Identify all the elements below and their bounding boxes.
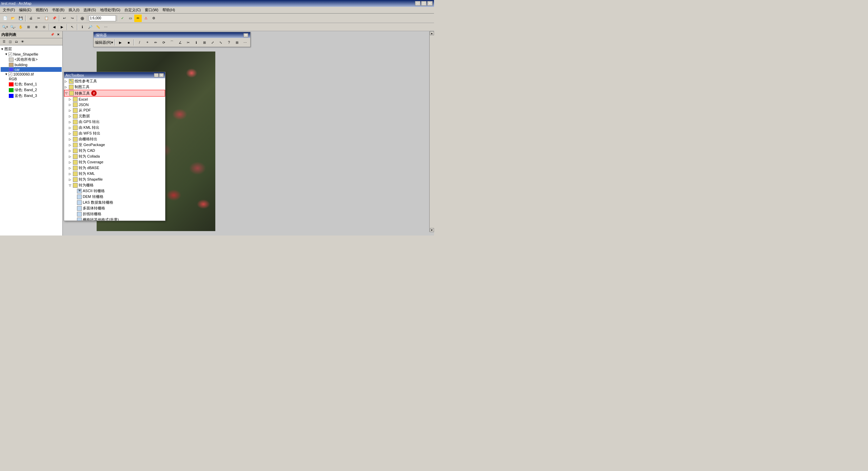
full-extent-btn[interactable]: ⊞ bbox=[25, 23, 32, 31]
editor-vertex-btn[interactable]: ⌖ bbox=[144, 39, 151, 46]
editor-info-btn[interactable]: ℹ bbox=[193, 39, 200, 46]
scale-input[interactable] bbox=[89, 15, 116, 21]
menu-edit[interactable]: 编辑(E) bbox=[17, 7, 34, 13]
fixed-zoom-out[interactable]: ⊖ bbox=[40, 23, 48, 31]
tb-tocad[interactable]: ▷ 转为 CAD bbox=[64, 148, 165, 153]
redo-btn[interactable]: ↪ bbox=[68, 15, 76, 22]
editor-stop-btn[interactable]: ■ bbox=[125, 39, 132, 46]
toc-layers-group[interactable]: ▼ 图层 bbox=[1, 46, 62, 52]
editor-play-btn[interactable]: ▶ bbox=[117, 39, 124, 46]
print-btn[interactable]: 🖨 bbox=[27, 15, 35, 22]
extra-btn[interactable]: ⚙ bbox=[150, 15, 157, 22]
tb-metadata[interactable]: ▷ 元数据 bbox=[64, 113, 165, 119]
forward-btn[interactable]: ▶ bbox=[58, 23, 66, 31]
tif-checkbox[interactable]: ✓ bbox=[8, 73, 12, 76]
find-btn[interactable]: 🔎 bbox=[86, 23, 94, 31]
map-scrollbar-v[interactable]: ▲ ▼ bbox=[429, 31, 434, 232]
scrollbar-up[interactable]: ▲ bbox=[430, 31, 434, 35]
tb-tocoverage[interactable]: ▷ 转为 Coverage bbox=[64, 159, 165, 165]
tb-tocollada[interactable]: ▷ 转为 Collada bbox=[64, 153, 165, 159]
editor-menu[interactable]: 编辑器(R)▾ bbox=[95, 40, 113, 45]
arctoolbox-content[interactable]: ▷ 🔧 线性参考工具 ▷ 制图工具 ▽ 转换工具 2 bbox=[64, 78, 165, 221]
undo-btn[interactable]: ↩ bbox=[61, 15, 68, 22]
select-features[interactable]: ↖ bbox=[68, 23, 76, 31]
editor-extra-btn[interactable]: ⋯ bbox=[241, 39, 249, 46]
tb-json[interactable]: ▷ JSON bbox=[64, 102, 165, 107]
editor-merge-btn[interactable]: ⊞ bbox=[201, 39, 208, 46]
menu-insert[interactable]: 插入(I) bbox=[66, 7, 81, 13]
tb-excel[interactable]: ▷ Excel bbox=[64, 97, 165, 102]
editor-expand-btn[interactable]: ⤢ bbox=[209, 39, 216, 46]
tb-dem-raster[interactable]: DEM 转栅格 bbox=[64, 194, 165, 200]
tb-conversion[interactable]: ▽ 转换工具 2 bbox=[64, 90, 165, 97]
toc-src-btn[interactable]: 🗂 bbox=[14, 39, 19, 44]
copy-btn[interactable]: 📋 bbox=[43, 15, 50, 22]
editor-grid-btn[interactable]: ⊞ bbox=[233, 39, 241, 46]
fixed-zoom-in[interactable]: ⊕ bbox=[33, 23, 40, 31]
tb-tokml[interactable]: ▷ 转为 KML bbox=[64, 171, 165, 177]
editor-angle-btn[interactable]: ∠ bbox=[176, 39, 184, 46]
toc-shapefile-group[interactable]: ▼ ✓ New_Shapefile bbox=[1, 52, 62, 57]
toc-view-btn[interactable]: ◫ bbox=[7, 39, 13, 44]
maximize-button[interactable]: □ bbox=[421, 1, 427, 6]
menu-selection[interactable]: 选择(S) bbox=[81, 7, 98, 13]
tb-fromgps[interactable]: ▷ 由 GPS 转出 bbox=[64, 119, 165, 125]
verify-btn[interactable]: ✓ bbox=[119, 15, 126, 22]
editor-draw-btn[interactable]: / bbox=[136, 39, 143, 46]
tb-toshapefile[interactable]: ▷ 转为 Shapefile bbox=[64, 177, 165, 182]
select-btn[interactable]: ▭ bbox=[126, 15, 134, 22]
arctoolbox-min-btn[interactable]: _ bbox=[154, 73, 159, 77]
tb-polyline-raster[interactable]: 折线转栅格 bbox=[64, 211, 165, 217]
menu-help[interactable]: 帮助(H) bbox=[160, 7, 177, 13]
editor-question-btn[interactable]: ? bbox=[225, 39, 233, 46]
edit-btn[interactable]: ✏ bbox=[134, 15, 142, 22]
pan-btn[interactable]: ✋ bbox=[17, 23, 24, 31]
minimize-button[interactable]: − bbox=[415, 1, 420, 6]
toc-close-btn[interactable]: ✕ bbox=[56, 32, 61, 37]
back-btn[interactable]: ◀ bbox=[51, 23, 58, 31]
tb-linear-ref[interactable]: ▷ 🔧 线性参考工具 bbox=[64, 78, 165, 84]
editor-close-btn[interactable]: ✕ bbox=[243, 33, 248, 37]
warning-btn[interactable]: ⚠ bbox=[142, 15, 150, 22]
tb-toraster[interactable]: ▽ 转为栅格 bbox=[64, 182, 165, 188]
close-button[interactable]: ✕ bbox=[427, 1, 433, 6]
tb-multi-raster[interactable]: 多面体转栅格 bbox=[64, 205, 165, 211]
tb-ascii-raster[interactable]: ⚒ ASCII 转栅格 bbox=[64, 188, 165, 194]
new-btn[interactable]: 📄 bbox=[1, 15, 9, 22]
toc-building-item[interactable]: building bbox=[1, 62, 62, 67]
shapefile-checkbox[interactable]: ✓ bbox=[8, 53, 12, 56]
toc-tif-group[interactable]: ▼ ✓ 10030060.tif bbox=[1, 72, 62, 77]
menu-bookmarks[interactable]: 书签(B) bbox=[50, 7, 66, 13]
toc-vis-btn[interactable]: 👁 bbox=[20, 39, 25, 44]
open-btn[interactable]: 📂 bbox=[9, 15, 17, 22]
tb-fromwfs[interactable]: ▷ 由 WFS 转出 bbox=[64, 130, 165, 136]
tb-raster-other[interactable]: 栅格转其他格式(批量) bbox=[64, 217, 165, 221]
tb-todbase[interactable]: ▷ 转为 dBASE bbox=[64, 165, 165, 171]
zoom-in-btn[interactable]: 🔍+ bbox=[1, 23, 9, 31]
toc-pin-btn[interactable]: 📌 bbox=[50, 32, 55, 37]
tb-togeopackage[interactable]: ▷ 至 GeoPackage bbox=[64, 142, 165, 148]
add-data-btn[interactable]: ⊕ bbox=[79, 15, 86, 22]
arctoolbox-close-btn[interactable]: ✕ bbox=[159, 73, 164, 77]
tb-cartography[interactable]: ▷ 制图工具 bbox=[64, 84, 165, 90]
editor-trace-btn[interactable]: ⟳ bbox=[160, 39, 167, 46]
tb-frompdf[interactable]: ▷ 从 PDF bbox=[64, 107, 165, 113]
editor-split-btn[interactable]: ✂ bbox=[184, 39, 192, 46]
tb-fromkml[interactable]: ▷ 由 KML 转出 bbox=[64, 125, 165, 130]
toc-car-item[interactable]: car bbox=[1, 67, 62, 72]
tb-las-raster[interactable]: LAS 数据集转栅格 bbox=[64, 200, 165, 205]
menu-customize[interactable]: 自定义(C) bbox=[122, 7, 143, 13]
menu-geoprocessing[interactable]: 地理处理(G) bbox=[98, 7, 122, 13]
editor-curve-btn[interactable]: ⌒ bbox=[168, 39, 176, 46]
toc-list-btn[interactable]: ☰ bbox=[1, 39, 7, 44]
map-area[interactable]: 编辑器 ✕ 编辑器(R)▾ ▶ ■ / ⌖ ✏ ⟳ ⌒ ∠ bbox=[63, 31, 434, 236]
identify-btn[interactable]: ℹ bbox=[79, 23, 86, 31]
toc-other-item[interactable]: <其他所有值> bbox=[1, 57, 62, 62]
more-tools[interactable]: ⋯ bbox=[102, 23, 110, 31]
zoom-out-btn[interactable]: 🔍- bbox=[9, 23, 17, 31]
editor-sketch-btn[interactable]: ✏ bbox=[152, 39, 159, 46]
paste-btn[interactable]: 📌 bbox=[51, 15, 58, 22]
scrollbar-down[interactable]: ▼ bbox=[430, 228, 434, 232]
tb-fromraster[interactable]: ▷ 由栅格转出 bbox=[64, 136, 165, 142]
editor-collapse-btn[interactable]: ⤡ bbox=[217, 39, 224, 46]
